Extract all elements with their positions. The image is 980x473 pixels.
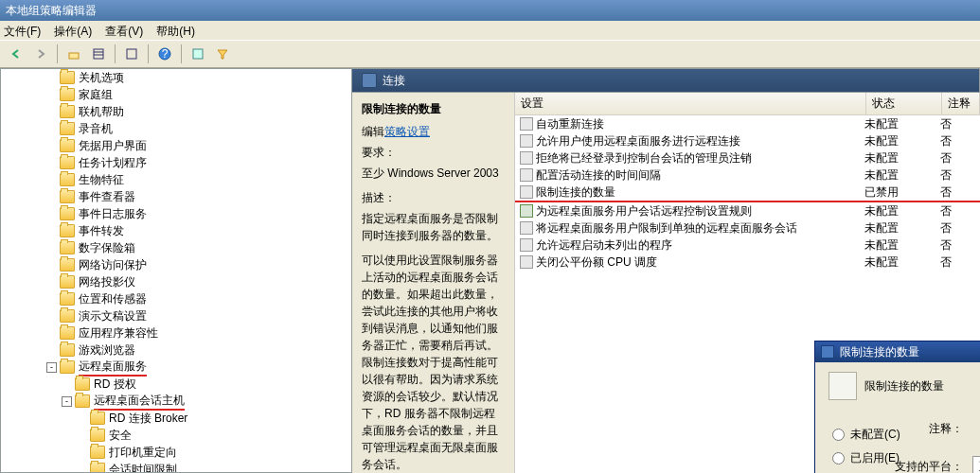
setting-icon bbox=[520, 238, 533, 252]
edit-policy-link[interactable]: 策略设置 bbox=[384, 125, 430, 138]
tree-item[interactable]: 数字保险箱 bbox=[1, 239, 351, 256]
state-radio-group: 未配置(C) 已启用(E) 已禁用(D) bbox=[832, 419, 900, 473]
folder-icon bbox=[75, 377, 90, 391]
folder-icon bbox=[90, 463, 105, 473]
list-button[interactable] bbox=[88, 44, 109, 64]
list-item[interactable]: 将远程桌面服务用户限制到单独的远程桌面服务会话未配置否 bbox=[515, 219, 980, 236]
setting-name: 自动重新连接 bbox=[536, 116, 864, 132]
back-button[interactable] bbox=[6, 44, 27, 64]
collapse-icon[interactable]: - bbox=[46, 362, 57, 373]
list-item[interactable]: 限制连接的数量已禁用否 bbox=[515, 184, 980, 201]
tree-item[interactable]: 事件查看器 bbox=[1, 188, 351, 205]
forward-button[interactable] bbox=[30, 44, 51, 64]
col-note[interactable]: 注释 bbox=[942, 93, 980, 114]
setting-name: 配置活动连接的时间间隔 bbox=[536, 167, 864, 184]
list-item[interactable]: 自动重新连接未配置否 bbox=[515, 115, 980, 132]
menubar: 文件(F) 操作(A) 查看(V) 帮助(H) bbox=[0, 21, 980, 40]
tree-item-label: 网络投影仪 bbox=[79, 274, 135, 290]
menu-action[interactable]: 操作(A) bbox=[54, 24, 92, 37]
tree-item-label: 数字保险箱 bbox=[79, 240, 135, 256]
list-item[interactable]: 允许用户使用远程桌面服务进行远程连接未配置否 bbox=[515, 132, 980, 149]
tree-item[interactable]: 会话时间限制 bbox=[1, 461, 351, 473]
folder-icon bbox=[60, 292, 75, 306]
setting-status: 未配置 bbox=[864, 167, 940, 184]
dialog-heading: 限制连接的数量 bbox=[864, 378, 944, 394]
setting-icon bbox=[520, 221, 533, 235]
tree-item[interactable]: 安全 bbox=[1, 427, 351, 444]
tree-item[interactable]: 网络投影仪 bbox=[1, 273, 351, 290]
folder-icon bbox=[90, 446, 105, 459]
tree-item[interactable]: 位置和传感器 bbox=[1, 290, 351, 307]
tree-item[interactable]: 联机帮助 bbox=[1, 103, 351, 120]
svg-rect-1 bbox=[94, 49, 103, 59]
folder-icon bbox=[60, 105, 75, 118]
tree-item[interactable]: 关机选项 bbox=[1, 69, 351, 86]
tree-item[interactable]: RD 连接 Broker bbox=[1, 410, 351, 427]
tree-item-label: 生物特征 bbox=[79, 172, 124, 188]
up-button[interactable] bbox=[63, 44, 84, 64]
radio-enabled[interactable]: 已启用(E) bbox=[832, 450, 900, 466]
tree-item[interactable]: 游戏浏览器 bbox=[1, 342, 351, 359]
help-button[interactable]: ? bbox=[154, 44, 175, 64]
setting-icon bbox=[520, 151, 533, 165]
setting-note: 否 bbox=[940, 167, 978, 184]
menu-file[interactable]: 文件(F) bbox=[4, 24, 41, 37]
menu-help[interactable]: 帮助(H) bbox=[156, 24, 195, 37]
folder-icon bbox=[90, 412, 105, 425]
folder-icon bbox=[60, 275, 75, 289]
tree-pane[interactable]: 关机选项家庭组联机帮助录音机凭据用户界面任务计划程序生物特征事件查看器事件日志服… bbox=[0, 68, 352, 473]
tree-item[interactable]: RD 授权 bbox=[1, 376, 351, 393]
tree-item[interactable]: 任务计划程序 bbox=[1, 154, 351, 171]
collapse-icon[interactable]: - bbox=[62, 396, 72, 407]
filter-button[interactable] bbox=[212, 44, 233, 64]
list-item[interactable]: 关闭公平份额 CPU 调度未配置否 bbox=[515, 254, 980, 271]
tree-item-label: 游戏浏览器 bbox=[79, 342, 135, 359]
setting-icon bbox=[829, 372, 857, 400]
setting-status: 未配置 bbox=[864, 254, 940, 271]
tree-item[interactable]: 打印机重定向 bbox=[1, 444, 351, 461]
tree-item-label: 安全 bbox=[109, 428, 132, 444]
tree-item[interactable]: 事件转发 bbox=[1, 222, 351, 239]
setting-icon bbox=[520, 255, 533, 269]
properties-dialog: 限制连接的数量 限制连接的数量 上一个设置(P) 下一个设置(N) bbox=[814, 341, 980, 473]
menu-view[interactable]: 查看(V) bbox=[105, 24, 143, 37]
export-button[interactable] bbox=[121, 44, 142, 64]
setting-status: 未配置 bbox=[864, 116, 940, 132]
list-item[interactable]: 配置活动连接的时间间隔未配置否 bbox=[515, 166, 980, 184]
svg-rect-0 bbox=[69, 53, 79, 59]
col-status[interactable]: 状态 bbox=[866, 93, 942, 114]
col-setting[interactable]: 设置 bbox=[515, 93, 866, 114]
folder-icon bbox=[60, 71, 75, 84]
setting-note: 否 bbox=[940, 184, 978, 201]
folder-icon bbox=[60, 343, 75, 357]
folder-icon bbox=[60, 241, 75, 254]
setting-note: 否 bbox=[940, 116, 978, 132]
tree-item[interactable]: -远程桌面会话主机 bbox=[1, 393, 351, 410]
list-item[interactable]: 拒绝将已经登录到控制台会话的管理员注销未配置否 bbox=[515, 149, 980, 166]
setting-note: 否 bbox=[940, 203, 978, 219]
setting-icon bbox=[520, 117, 533, 131]
section-header: 连接 bbox=[352, 68, 980, 93]
dialog-icon bbox=[821, 345, 834, 359]
tree-item-label: 关机选项 bbox=[79, 70, 124, 86]
setting-status: 未配置 bbox=[864, 203, 940, 219]
folder-icon bbox=[60, 173, 75, 186]
tree-item[interactable]: 录音机 bbox=[1, 120, 351, 137]
props-button[interactable] bbox=[187, 44, 208, 64]
setting-status: 已禁用 bbox=[864, 184, 940, 201]
tree: 关机选项家庭组联机帮助录音机凭据用户界面任务计划程序生物特征事件查看器事件日志服… bbox=[1, 69, 351, 473]
dialog-titlebar[interactable]: 限制连接的数量 bbox=[815, 342, 980, 362]
radio-not-configured[interactable]: 未配置(C) bbox=[832, 427, 900, 443]
setting-name: 允许远程启动未列出的程序 bbox=[536, 237, 864, 254]
list-item[interactable]: 为远程桌面服务用户会话远程控制设置规则未配置否 bbox=[515, 202, 980, 219]
tree-item[interactable]: 家庭组 bbox=[1, 86, 351, 103]
tree-item[interactable]: 事件日志服务 bbox=[1, 205, 351, 222]
tree-item[interactable]: 演示文稿设置 bbox=[1, 307, 351, 324]
tree-item[interactable]: 凭据用户界面 bbox=[1, 137, 351, 154]
tree-item[interactable]: 应用程序兼容性 bbox=[1, 324, 351, 342]
list-item[interactable]: 允许远程启动未列出的程序未配置否 bbox=[515, 236, 980, 254]
tree-item[interactable]: 生物特征 bbox=[1, 171, 351, 188]
tree-item[interactable]: -远程桌面服务 bbox=[1, 359, 351, 376]
folder-icon bbox=[60, 122, 75, 135]
tree-item[interactable]: 网络访问保护 bbox=[1, 256, 351, 273]
